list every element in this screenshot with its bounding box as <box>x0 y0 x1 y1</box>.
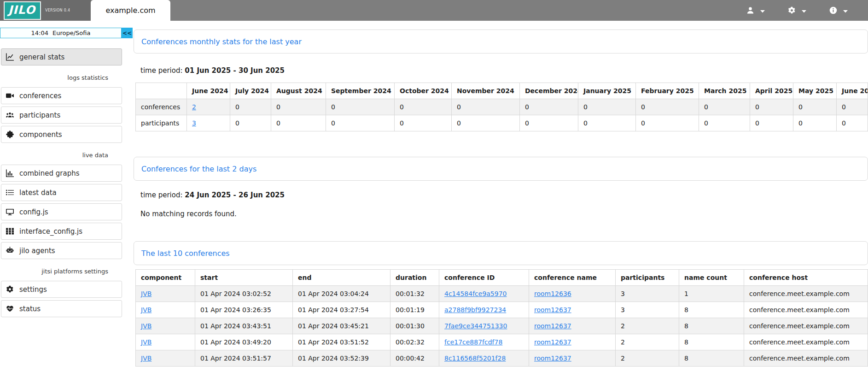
conference-name-link[interactable]: room12637 <box>534 355 571 362</box>
conference-id-link[interactable]: a2788f9bf9927234 <box>444 306 506 314</box>
sidebar-item-components[interactable]: components <box>1 126 122 143</box>
settings-menu[interactable] <box>788 6 806 15</box>
participants-count-link[interactable]: 3 <box>192 119 196 127</box>
monthly-count-cell: 0 <box>326 115 395 131</box>
caret-down-icon <box>760 6 765 15</box>
sidebar-item-general-stats[interactable]: general stats <box>1 48 122 65</box>
sidebar-section-jitsi-platforms-settings: jitsi platforms settings <box>1 261 122 281</box>
gear-icon <box>788 6 796 14</box>
column-header-conference-name: conference name <box>529 270 616 286</box>
column-header-august-2024: August 2024 <box>271 83 326 99</box>
conference-name-cell: room12637 <box>529 350 616 367</box>
sidebar-item-conferences[interactable]: conferences <box>1 87 122 104</box>
sidebar-item-interface-config-js[interactable]: interface_config.js <box>1 223 122 240</box>
clock-timezone: Europe/Sofia <box>52 30 90 36</box>
component-link[interactable]: JVB <box>141 338 151 346</box>
sidebar-item-status[interactable]: status <box>1 300 122 317</box>
column-header-participants: participants <box>616 270 679 286</box>
column-header-october-2024: October 2024 <box>395 83 452 99</box>
component-cell: JVB <box>136 302 195 318</box>
sidebar-item-settings[interactable]: settings <box>1 281 122 298</box>
last10-conferences-title-link[interactable]: The last 10 conferences <box>141 249 230 258</box>
end-cell: 01 Apr 2024 03:52:39 <box>293 350 390 367</box>
column-header-july-2024: July 2024 <box>230 83 271 99</box>
monthly-stats-title-link[interactable]: Conferences monthly stats for the last y… <box>141 37 302 46</box>
conference-host-cell: conference.meet.example.com <box>744 302 868 318</box>
conference-name-cell: room12636 <box>529 286 616 302</box>
grid-icon <box>6 227 14 235</box>
robot-icon <box>6 247 14 255</box>
conference-name-link[interactable]: room12637 <box>534 306 571 314</box>
sidebar: 14:04 Europe/Sofia << general statslogs … <box>0 21 134 373</box>
topbar: JILO VERSION 0.4 example.com <box>0 0 868 21</box>
sidebar-menu: general statslogs statisticsconferencesp… <box>0 48 134 317</box>
sidebar-item-jilo-agents[interactable]: jilo agents <box>1 242 122 259</box>
conference-name-link[interactable]: room12637 <box>534 338 571 346</box>
clock-row: 14:04 Europe/Sofia << <box>0 28 133 38</box>
sidebar-item-participants[interactable]: participants <box>1 107 122 124</box>
last10-conferences-card: The last 10 conferences <box>134 241 868 265</box>
gear-icon <box>6 285 14 293</box>
sidebar-item-config-js[interactable]: config.js <box>1 203 122 220</box>
component-link[interactable]: JVB <box>141 355 151 362</box>
duration-cell: 00:01:30 <box>390 318 439 334</box>
sidebar-collapse-button[interactable]: << <box>122 28 133 38</box>
conference-name-link[interactable]: room12636 <box>534 290 571 297</box>
conference-id-cell: 7fae9ce344751330 <box>439 318 529 334</box>
column-header-conference-host: conference host <box>744 270 868 286</box>
conference-host-cell: conference.meet.example.com <box>744 286 868 302</box>
recent-time-period: time period: 24 Jun 2025 - 26 Jun 2025 <box>140 191 868 199</box>
column-header-december-2024: December 2024 <box>520 83 578 99</box>
component-link[interactable]: JVB <box>141 290 151 297</box>
monthly-count-cell: 0 <box>452 99 520 115</box>
sidebar-item-label: latest data <box>19 189 57 197</box>
monthly-count-cell: 0 <box>578 115 636 131</box>
column-header-april-2025: April 2025 <box>750 83 793 99</box>
column-header-june-2024: June 2024 <box>187 83 230 99</box>
info-menu[interactable] <box>829 6 848 15</box>
conference-id-link[interactable]: fce17ce887fcdf78 <box>444 338 502 346</box>
component-cell: JVB <box>136 334 195 350</box>
monthly-count-cell: 0 <box>578 99 636 115</box>
name-count-cell: 8 <box>679 334 744 350</box>
conference-host-cell: conference.meet.example.com <box>744 318 868 334</box>
participants-cell: 3 <box>616 302 679 318</box>
conference-name-cell: room12637 <box>529 302 616 318</box>
puzzle-icon <box>6 130 14 138</box>
time-period-label: time period: <box>140 66 183 75</box>
conference-id-link[interactable]: 7fae9ce344751330 <box>444 322 507 330</box>
column-header-february-2025: February 2025 <box>636 83 699 99</box>
conference-name-cell: room12637 <box>529 334 616 350</box>
component-link[interactable]: JVB <box>141 306 151 314</box>
users-icon <box>6 111 14 119</box>
end-cell: 01 Apr 2024 03:51:52 <box>293 334 390 350</box>
component-cell: JVB <box>136 318 195 334</box>
sidebar-item-label: participants <box>19 111 60 119</box>
monitor-icon <box>6 208 14 216</box>
no-records-message: No matching records found. <box>140 210 868 218</box>
list-icon <box>6 189 14 196</box>
end-cell: 01 Apr 2024 03:27:54 <box>293 302 390 318</box>
conference-id-link[interactable]: 8c116568f5201f28 <box>444 355 506 362</box>
conference-name-link[interactable]: room12637 <box>534 322 571 330</box>
conferences-count-link[interactable]: 2 <box>192 103 196 111</box>
sidebar-item-combined-graphs[interactable]: combined graphs <box>1 165 122 182</box>
user-menu[interactable] <box>746 6 765 15</box>
monthly-count-cell: 3 <box>187 115 230 131</box>
monthly-count-cell: 0 <box>230 115 271 131</box>
recent-conferences-title-link[interactable]: Conferences for the last 2 days <box>141 165 256 173</box>
row-label: participants <box>136 115 187 131</box>
column-header-name-count: name count <box>679 270 744 286</box>
topbar-spacer <box>170 0 746 21</box>
time-period-label: time period: <box>140 191 183 199</box>
last10-conferences-table: componentstartenddurationconference IDco… <box>135 269 868 367</box>
column-header-september-2024: September 2024 <box>326 83 395 99</box>
component-link[interactable]: JVB <box>141 322 151 330</box>
column-header-empty <box>136 83 187 99</box>
conference-id-link[interactable]: 4c14584fce9a5970 <box>444 290 507 297</box>
monthly-count-cell: 0 <box>271 115 326 131</box>
app-logo[interactable]: JILO <box>4 1 41 20</box>
platform-tab[interactable]: example.com <box>91 0 170 21</box>
end-cell: 01 Apr 2024 03:45:21 <box>293 318 390 334</box>
sidebar-item-latest-data[interactable]: latest data <box>1 184 122 201</box>
